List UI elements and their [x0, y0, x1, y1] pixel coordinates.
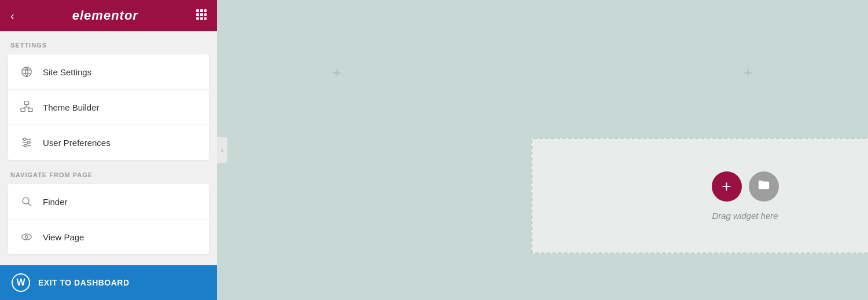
navigate-section-label: NAVIGATE FROM PAGE: [8, 171, 209, 178]
settings-section-label: SETTINGS: [8, 42, 209, 49]
drag-widget-text: Drag widget here: [712, 211, 778, 221]
sidebar: ‹ elementor SETTINGS: [0, 0, 217, 300]
svg-rect-3: [196, 13, 199, 16]
collapse-handle[interactable]: ‹: [217, 137, 227, 163]
wp-letter: W: [16, 277, 25, 288]
svg-rect-6: [196, 17, 199, 20]
svg-point-24: [22, 234, 32, 240]
settings-menu: Site Settings Theme Builder: [8, 54, 209, 160]
theme-builder-label: Theme Builder: [43, 103, 100, 112]
sidebar-item-finder[interactable]: Finder: [8, 184, 209, 219]
eye-icon: [19, 229, 35, 245]
exit-to-dashboard-button[interactable]: W EXIT TO DASHBOARD: [0, 265, 217, 300]
svg-rect-2: [204, 9, 207, 12]
folder-button[interactable]: [749, 171, 779, 202]
svg-line-23: [28, 203, 32, 207]
user-preferences-label: User Preferences: [43, 138, 111, 148]
drop-zone: + Drag widget here: [531, 138, 869, 254]
sidebar-header: ‹ elementor: [0, 0, 217, 31]
sidebar-item-theme-builder[interactable]: Theme Builder: [8, 90, 209, 125]
wordpress-icon: W: [12, 273, 30, 292]
sliders-icon: [19, 134, 35, 151]
folder-icon: [757, 178, 770, 195]
svg-rect-5: [204, 13, 207, 16]
svg-point-9: [22, 67, 32, 77]
finder-label: Finder: [43, 197, 68, 207]
sidebar-item-site-settings[interactable]: Site Settings: [8, 54, 209, 90]
svg-rect-0: [196, 9, 199, 12]
add-icon: +: [722, 178, 731, 195]
svg-rect-11: [21, 108, 25, 112]
exit-label: EXIT TO DASHBOARD: [38, 278, 130, 287]
globe-icon: [19, 64, 35, 80]
grid-icon[interactable]: [196, 9, 207, 23]
add-section-icon-right[interactable]: +: [744, 64, 752, 82]
navigate-menu: Finder View Page: [8, 184, 209, 254]
svg-rect-10: [24, 101, 28, 105]
add-section-icon-left[interactable]: +: [333, 64, 341, 82]
svg-point-20: [27, 141, 30, 144]
svg-rect-12: [28, 108, 32, 112]
add-widget-button[interactable]: +: [712, 171, 742, 202]
drop-zone-buttons: +: [712, 171, 779, 202]
svg-rect-7: [200, 17, 203, 20]
hierarchy-icon: [19, 99, 35, 115]
sidebar-content: SETTINGS Site Settings: [0, 31, 217, 265]
main-canvas: + + + Drag widget here: [217, 0, 868, 300]
svg-point-22: [23, 197, 29, 204]
view-page-label: View Page: [43, 232, 84, 242]
back-icon[interactable]: ‹: [10, 10, 14, 21]
svg-rect-1: [200, 9, 203, 12]
sidebar-item-view-page[interactable]: View Page: [8, 219, 209, 254]
sidebar-item-user-preferences[interactable]: User Preferences: [8, 125, 209, 160]
logo-text: elementor: [72, 8, 138, 23]
svg-point-25: [25, 236, 28, 239]
site-settings-label: Site Settings: [43, 67, 91, 77]
search-icon: [19, 193, 35, 210]
svg-rect-4: [200, 13, 203, 16]
svg-rect-8: [204, 17, 207, 20]
svg-point-19: [23, 138, 26, 141]
svg-point-21: [24, 144, 27, 147]
